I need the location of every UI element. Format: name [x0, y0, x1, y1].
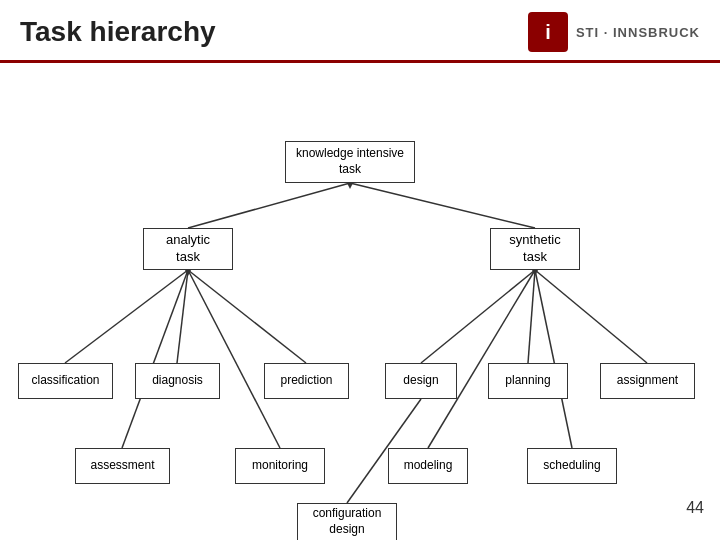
node-modeling: modeling — [388, 448, 468, 484]
svg-line-3 — [177, 270, 188, 363]
svg-line-0 — [188, 183, 350, 228]
svg-line-1 — [350, 183, 535, 228]
svg-line-7 — [421, 270, 535, 363]
node-configuration-design: configuration design — [297, 503, 397, 540]
svg-line-8 — [528, 270, 535, 363]
logo-symbol: i — [545, 21, 551, 44]
page-title: Task hierarchy — [20, 16, 216, 48]
node-assessment: assessment — [75, 448, 170, 484]
svg-line-6 — [188, 270, 280, 448]
svg-line-2 — [65, 270, 188, 363]
logo-icon: i — [528, 12, 568, 52]
logo-text: STI · INNSBRUCK — [576, 25, 700, 40]
svg-line-9 — [535, 270, 647, 363]
diagram: knowledge intensive task analytic task s… — [0, 63, 720, 523]
node-synthetic-task: synthetic task — [490, 228, 580, 270]
node-scheduling: scheduling — [527, 448, 617, 484]
node-prediction: prediction — [264, 363, 349, 399]
node-monitoring: monitoring — [235, 448, 325, 484]
node-analytic-task: analytic task — [143, 228, 233, 270]
header: Task hierarchy i STI · INNSBRUCK — [0, 0, 720, 63]
node-classification: classification — [18, 363, 113, 399]
page-number: 44 — [686, 499, 704, 517]
svg-line-4 — [188, 270, 306, 363]
node-planning: planning — [488, 363, 568, 399]
node-design: design — [385, 363, 457, 399]
svg-line-11 — [535, 270, 572, 448]
svg-line-10 — [428, 270, 535, 448]
node-assignment: assignment — [600, 363, 695, 399]
node-knowledge-intensive-task: knowledge intensive task — [285, 141, 415, 183]
node-diagnosis: diagnosis — [135, 363, 220, 399]
svg-line-5 — [122, 270, 188, 448]
logo-area: i STI · INNSBRUCK — [528, 12, 700, 52]
